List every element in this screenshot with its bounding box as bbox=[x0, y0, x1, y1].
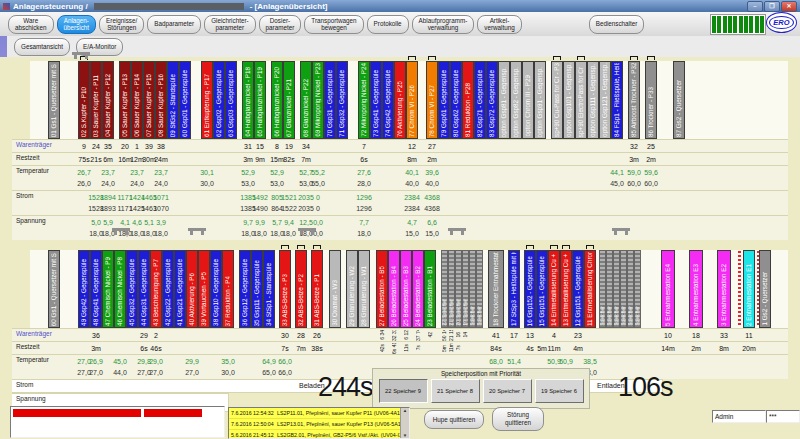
tank-69[interactable]: 69 Mikroporig Nickel - P23 bbox=[312, 61, 324, 139]
toolbar-button-wareabschicken[interactable]: Wareabschicken bbox=[8, 15, 54, 34]
tank-74[interactable]: 74 Gsp42 - Gegenspüle bbox=[382, 61, 394, 139]
tank-66[interactable]: 66 Halbglanznickel - P20 bbox=[271, 61, 283, 139]
tank-40[interactable]: 40 Aktivierung - P6 bbox=[186, 250, 198, 328]
tank-77[interactable]: 77 Chrom VI - P26 bbox=[406, 61, 418, 139]
tank-43[interactable]: 43 Beschleunigung - P7 bbox=[150, 250, 162, 328]
maximize-button[interactable]: ❐ bbox=[764, 1, 780, 12]
tank-26[interactable]: 26 Beladestation - B4 bbox=[388, 250, 400, 328]
tank-option[interactable]: option Gsp101 - Gegensp. bbox=[563, 61, 575, 139]
tank-87[interactable]: 87 Gs2 - Quersetzer bbox=[673, 61, 685, 139]
toolbar-button-bedienschalter[interactable]: Bedienschalter bbox=[589, 15, 645, 34]
tank-34[interactable]: 34 StSp1 - Standspüle bbox=[263, 250, 275, 328]
tank-01[interactable]: 01 Gs1 - Quersetzer mit S bbox=[48, 61, 60, 139]
tank-63[interactable]: 63 Gsp03 - Gegenspüle bbox=[225, 61, 237, 139]
tank-20[interactable]: 20 Speicher bbox=[455, 250, 462, 328]
tank-84[interactable]: 84 FSp1 - Fließspüle, Heiße bbox=[611, 61, 623, 139]
tank-1[interactable]: 1 Gs2 - Quersetzer bbox=[759, 250, 771, 328]
tank-04[interactable]: 04 Sauer Kupfer - P12 bbox=[102, 61, 114, 139]
tank-70[interactable]: 70 Gsp31 - Gegenspüle bbox=[324, 61, 336, 139]
tank-07[interactable]: 07 Sauer Kupfer - P15 bbox=[143, 61, 155, 139]
scroll-up-icon[interactable]: ▲ bbox=[403, 408, 407, 413]
toolbar-button-gleichrichter-parameter[interactable]: Gleichrichter-parameter bbox=[204, 15, 255, 34]
tank-option[interactable]: option Gsp121 - Gegensp. bbox=[599, 61, 611, 139]
tank-09[interactable]: 09 StGs2 - Standspüle bbox=[167, 61, 179, 139]
tank-08[interactable]: 08 Sauer Kupfer - P16 bbox=[155, 61, 167, 139]
log-entry[interactable]: 7.6.2016 12:50:04LS2P13.01, Přeplnění, s… bbox=[229, 419, 409, 430]
toolbar-button-badparameter[interactable]: Badparameter bbox=[147, 15, 201, 34]
user-password-field[interactable]: *** bbox=[766, 410, 800, 423]
close-button[interactable]: ✕ bbox=[781, 1, 797, 12]
tank-13[interactable]: 13 Entmetallisierung Cu + Ni bbox=[560, 250, 572, 328]
toolbar-button-anlagen-übersicht[interactable]: Anlagen-übersicht bbox=[57, 15, 97, 34]
tank-72[interactable]: 72 Mikroporig Nickel - P24 bbox=[358, 61, 370, 139]
tank-45[interactable]: 45 Gsp32 - Gegenspüle bbox=[126, 250, 138, 328]
tank-03[interactable]: 03 Sauer Kupfer - P11 bbox=[90, 61, 102, 139]
tank-06[interactable]: 06 Sauer Kupfer - P14 bbox=[131, 61, 143, 139]
tank-32[interactable]: 32 ABS-Beize - P2 bbox=[295, 250, 307, 328]
tank-82[interactable]: 82 Gsp71 - Gegenspüle bbox=[474, 61, 486, 139]
tank-65[interactable]: 65 Halbglanznickel - P19 bbox=[254, 61, 266, 139]
tank-25[interactable]: 25 Beladestation - B3 bbox=[400, 250, 412, 328]
tank-23[interactable]: 23 Beladestation - B1 bbox=[424, 250, 436, 328]
tank-76[interactable]: 76 Aktivierung - P25 bbox=[394, 61, 406, 139]
tank-67[interactable]: 67 Glanznickel - P21 bbox=[283, 61, 295, 139]
tank-2[interactable]: 2 Entnahmestation E1 bbox=[743, 250, 755, 328]
tank-83[interactable]: 83 Gsp72 - Gegenspüle bbox=[486, 61, 498, 139]
tank-option[interactable]: Speicher bbox=[469, 250, 476, 328]
tank-option[interactable]: Speicher bbox=[613, 250, 620, 328]
toolbar-button-artikel-verwaltung[interactable]: Artikel-verwaltung bbox=[477, 15, 521, 34]
tank-28[interactable]: 28 Granulierung - W1 bbox=[358, 250, 370, 328]
tank-option[interactable]: sp+90 Cu-Pass for Cr - P30 bbox=[551, 61, 563, 139]
tank-71[interactable]: 71 Gsp32 - Gegenspüle bbox=[336, 61, 348, 139]
tank-79[interactable]: 79 Gsp61 - Gegenspüle bbox=[438, 61, 450, 139]
toolbar-button-ablaufprogramm-verwaltung[interactable]: Ablaufprogramm-verwaltung bbox=[412, 15, 475, 34]
tank-60[interactable]: 60 Gs1 - Quersetzer mit S bbox=[48, 250, 60, 328]
stoerung-quittieren-button[interactable]: Störung quittieren bbox=[492, 407, 544, 431]
tank-option[interactable]: Speicher bbox=[634, 250, 641, 328]
tank-option[interactable]: Speicher bbox=[476, 250, 483, 328]
tank-39[interactable]: 39 Vortauchen - P5 bbox=[198, 250, 210, 328]
tank-78[interactable]: 78 Chrom VI - P27 bbox=[426, 61, 438, 139]
tank-3[interactable]: 3 Entnahmestation E2 bbox=[717, 250, 731, 328]
tank-12[interactable]: 12 Gsp151 - Gegenspüle bbox=[572, 250, 584, 328]
tank-option[interactable]: sp+90 ElectroPass for Cr bbox=[575, 61, 587, 139]
speicher-button-22[interactable]: 22 Speicher 9 bbox=[379, 379, 428, 403]
tank-33[interactable]: 33 ABS-Beize - P3 bbox=[279, 250, 291, 328]
tank-option[interactable]: Speicher bbox=[627, 250, 634, 328]
tank-14[interactable]: 14 Entmetallisierung Cu + Ni bbox=[548, 250, 560, 328]
tank-22[interactable]: 22 Speicher bbox=[441, 250, 448, 328]
tank-73[interactable]: 73 Gsp41 - Gegenspüle bbox=[370, 61, 382, 139]
tank-36[interactable]: 36 Gsp12 - Gegenspüle bbox=[239, 250, 251, 328]
tank-61[interactable]: 61 Entkupferung - P17 bbox=[201, 61, 213, 139]
tank-02[interactable]: 02 S.Kupfer - P10 bbox=[78, 61, 90, 139]
hupe-quittieren-button[interactable]: Hupe quittieren bbox=[424, 410, 484, 429]
tank-24[interactable]: 24 Beladestation - B2 bbox=[412, 250, 424, 328]
tank-5[interactable]: 5 Entnahmestation E4 bbox=[661, 250, 675, 328]
tank-19[interactable]: 19 Speicher bbox=[462, 250, 469, 328]
tank-62[interactable]: 62 Gsp02 - Gegenspüle bbox=[213, 61, 225, 139]
tank-30[interactable]: 30 Oxamat - W3 bbox=[329, 250, 341, 328]
tank-86[interactable]: 86 Trockner - P33 bbox=[645, 61, 657, 139]
log-entry[interactable]: 7.6.2016 12:54:32LS2P11.01, Přeplnění, s… bbox=[229, 408, 409, 419]
tank-27[interactable]: 27 Beladestation - B5 bbox=[376, 250, 388, 328]
tank-44[interactable]: 44 Gsp31 - Gegenspüle bbox=[138, 250, 150, 328]
user-name-field[interactable]: Admin bbox=[712, 410, 766, 423]
tank-option[interactable]: option Gsp82 - Gegensp. bbox=[510, 61, 522, 139]
tank-option[interactable]: option Gsp91 - Gegensp. bbox=[534, 61, 546, 139]
speicher-button-19[interactable]: 19 Speicher 6 bbox=[535, 379, 584, 403]
tank-option[interactable]: Speicher bbox=[620, 250, 627, 328]
tank-85[interactable]: 85 Airboost Trockner - P32 bbox=[628, 61, 640, 139]
tank-17[interactable]: 17 StSp3 - Heißspüle mit IG bbox=[508, 250, 520, 328]
log-entry[interactable]: 5.6.2016 21:45:12LS2GB2.01, Přeplnění, G… bbox=[229, 430, 409, 439]
tank-11[interactable]: 11 Entmetallisierung Chrom bbox=[584, 250, 596, 328]
tank-option[interactable]: option Gsp111 - Gegensp. bbox=[587, 61, 599, 139]
tank-21[interactable]: 21 Speicher bbox=[448, 250, 455, 328]
speicher-button-21[interactable]: 21 Speicher 8 bbox=[431, 379, 480, 403]
tank-15[interactable]: 15 Gsp151 - Gegenspüle bbox=[536, 250, 548, 328]
tank-35[interactable]: 35 Gsp11 - Gegenspüle bbox=[251, 250, 263, 328]
tank-31[interactable]: 31 ABS-Beize - P1 bbox=[311, 250, 323, 328]
tank-18[interactable]: 18 Trockner Entnahmestation bbox=[488, 250, 504, 328]
subbar-button-gesamtansicht[interactable]: Gesamtansicht bbox=[14, 38, 70, 56]
minimize-button[interactable]: – bbox=[747, 1, 763, 12]
tank-16[interactable]: 16 Gsp152 - Gegenspüle bbox=[524, 250, 536, 328]
